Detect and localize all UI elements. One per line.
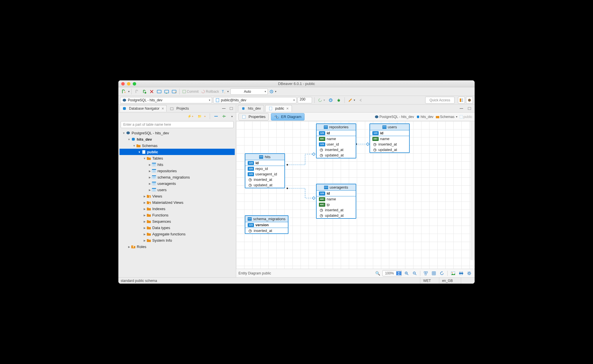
entity-column[interactable]: ◷ updated_at xyxy=(370,147,409,152)
entity-hits[interactable]: hits 123 id 123 repo_id 123 useragent_id… xyxy=(245,153,285,188)
disclosure-triangle-icon[interactable] xyxy=(137,150,141,154)
disclosure-triangle-icon[interactable] xyxy=(148,188,152,191)
zoom-combo[interactable]: 100% ▲▼ xyxy=(382,270,402,276)
entity-repositories[interactable]: repositories 123 id ABC name 123 user_id… xyxy=(316,123,356,158)
reconnect-button[interactable] xyxy=(141,88,148,95)
disclosure-triangle-icon[interactable] xyxy=(143,239,147,242)
disclosure-triangle-icon[interactable] xyxy=(127,138,131,141)
tree-group-data-types[interactable]: Data types xyxy=(120,224,235,231)
entity-column[interactable]: 123 version xyxy=(245,222,288,228)
disclosure-triangle-icon[interactable] xyxy=(143,157,147,160)
settings-button[interactable] xyxy=(466,270,472,276)
zoom-in-button[interactable] xyxy=(403,270,410,276)
rollback-button[interactable]: Rollback xyxy=(200,88,220,95)
entity-column[interactable]: 123 id xyxy=(317,130,356,136)
disclosure-triangle-icon[interactable] xyxy=(148,163,152,166)
refresh-button[interactable]: ▾ xyxy=(317,97,326,104)
diagram-canvas[interactable]: hits 123 id 123 repo_id 123 useragent_id… xyxy=(236,121,475,269)
tab-database-navigator[interactable]: Database Navigator ✕ xyxy=(120,105,167,112)
database-tree[interactable]: PostgreSQL - hits_devhits_devSchemaspubl… xyxy=(118,129,236,277)
row-limit-input[interactable]: 200 xyxy=(298,97,312,103)
entity-column[interactable]: ◷ updated_at xyxy=(317,213,356,218)
tx-mode-combo[interactable]: Auto xyxy=(230,88,268,95)
connect-button[interactable] xyxy=(133,88,140,95)
tx-mode-button[interactable]: T↓ ▾ xyxy=(221,88,230,95)
layout-button[interactable] xyxy=(423,270,429,276)
maximize-editor-button[interactable] xyxy=(466,105,473,112)
vertical-scrollbar[interactable] xyxy=(471,121,475,260)
minimize-editor-button[interactable] xyxy=(458,105,465,112)
print-button[interactable] xyxy=(458,270,464,276)
sql-editor-button[interactable] xyxy=(156,88,163,95)
new-connection-mini-button[interactable]: ⚡+ xyxy=(186,113,195,119)
editor-tab-public[interactable]: public ✕ xyxy=(265,105,292,112)
entity-column[interactable]: ABC ip xyxy=(317,202,356,207)
connection-combo[interactable]: PostgreSQL - hits_dev xyxy=(120,97,212,103)
disclosure-triangle-icon[interactable] xyxy=(122,131,126,135)
entity-column[interactable]: ◷ inserted_at xyxy=(245,228,288,233)
disclosure-triangle-icon[interactable] xyxy=(143,195,147,198)
entity-column[interactable]: ABC name xyxy=(317,136,356,142)
entity-column[interactable]: 123 id xyxy=(245,160,284,166)
new-connection-dropdown[interactable]: ▾ xyxy=(128,90,130,93)
subtab-properties[interactable]: Properties xyxy=(238,113,269,121)
minimize-view-button[interactable] xyxy=(220,105,227,112)
grid-button[interactable] xyxy=(431,270,437,276)
entity-useragents[interactable]: useragents 123 id ABC name ABC ip ◷ inse… xyxy=(316,184,356,219)
breadcrumb-public[interactable]: public xyxy=(460,115,472,119)
new-folder-button[interactable]: 📁+ xyxy=(196,113,207,119)
disclosure-triangle-icon[interactable] xyxy=(148,169,152,173)
tree-database[interactable]: hits_dev xyxy=(120,136,235,142)
refresh-diagram-button[interactable] xyxy=(439,270,445,276)
tree-group-sequences[interactable]: Sequences xyxy=(120,218,235,224)
history-button[interactable]: ▾ xyxy=(268,88,278,95)
tree-group-system-info[interactable]: System Info xyxy=(120,237,235,243)
entity-column[interactable]: ◷ inserted_at xyxy=(317,147,356,152)
disclosure-triangle-icon[interactable] xyxy=(127,245,131,248)
tree-schema-public[interactable]: public xyxy=(120,149,235,155)
quick-access[interactable]: Quick Access xyxy=(425,97,455,104)
entity-users[interactable]: users 123 id ABC name ◷ inserted_at ◷ up… xyxy=(369,123,410,153)
entity-column[interactable]: ◷ updated_at xyxy=(317,152,356,158)
perspective-button[interactable] xyxy=(458,97,465,104)
maximize-view-button[interactable] xyxy=(228,105,235,112)
tree-group-aggregate-functions[interactable]: Aggregate functions xyxy=(120,231,235,237)
view-menu-button[interactable]: ▾ xyxy=(229,113,234,119)
sql-new-button[interactable]: + xyxy=(171,88,178,95)
dbeaver-logo-button[interactable] xyxy=(466,97,473,104)
disclosure-triangle-icon[interactable] xyxy=(143,201,147,204)
entity-header[interactable]: useragents xyxy=(317,184,356,191)
entity-header[interactable]: hits xyxy=(245,154,284,160)
commit-button[interactable]: Commit xyxy=(181,88,200,95)
tree-group-functions[interactable]: Functions xyxy=(120,212,235,218)
tree-roles[interactable]: Roles xyxy=(120,243,235,250)
entity-column[interactable]: ◷ inserted_at xyxy=(245,177,284,182)
disclosure-triangle-icon[interactable] xyxy=(143,220,147,223)
close-icon[interactable]: ✕ xyxy=(161,107,164,111)
disclosure-triangle-icon[interactable] xyxy=(143,214,147,217)
disclosure-triangle-icon[interactable] xyxy=(143,226,147,229)
breadcrumb-database[interactable]: hits_dev xyxy=(416,115,434,119)
entity-column[interactable]: 123 id xyxy=(370,130,409,136)
tree-table-users[interactable]: users xyxy=(120,187,235,193)
sql-recent-button[interactable] xyxy=(163,88,170,95)
entity-column[interactable]: ◷ updated_at xyxy=(245,182,284,188)
tree-group-materialized-views[interactable]: Materialized Views xyxy=(120,199,235,206)
entity-header[interactable]: schema_migrations xyxy=(245,216,288,222)
tree-filter-input[interactable]: Enter a part of table name here xyxy=(121,121,234,128)
tree-group-views[interactable]: Views xyxy=(120,193,235,199)
entity-column[interactable]: ABC name xyxy=(370,136,409,142)
editor-tab-hits-dev[interactable]: hits_dev xyxy=(238,105,264,112)
disclosure-triangle-icon[interactable] xyxy=(132,144,136,147)
entity-column[interactable]: 123 user_id xyxy=(317,142,356,147)
entity-header[interactable]: repositories xyxy=(317,124,356,130)
tree-tables[interactable]: Tables xyxy=(120,155,235,161)
back-button[interactable] xyxy=(357,97,364,104)
entity-column[interactable]: 123 useragent_id xyxy=(245,171,284,177)
close-icon[interactable]: ✕ xyxy=(286,107,289,111)
breadcrumb-schemas[interactable]: Schemas ▾ xyxy=(436,115,457,119)
subtab-er-diagram[interactable]: ER Diagram xyxy=(271,113,305,121)
zoom-out-button[interactable] xyxy=(411,270,418,276)
entity-column[interactable]: 123 id xyxy=(317,191,356,196)
stop-button[interactable] xyxy=(327,97,334,104)
